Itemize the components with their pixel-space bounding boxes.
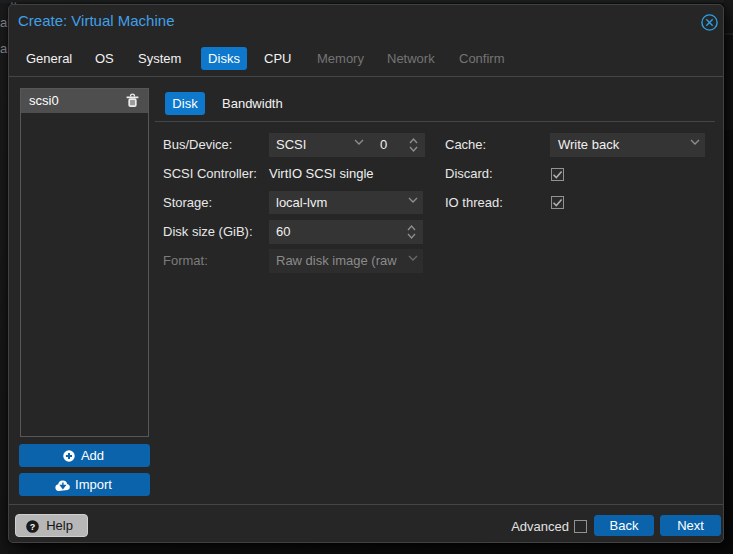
svg-text:?: ? bbox=[30, 522, 36, 532]
